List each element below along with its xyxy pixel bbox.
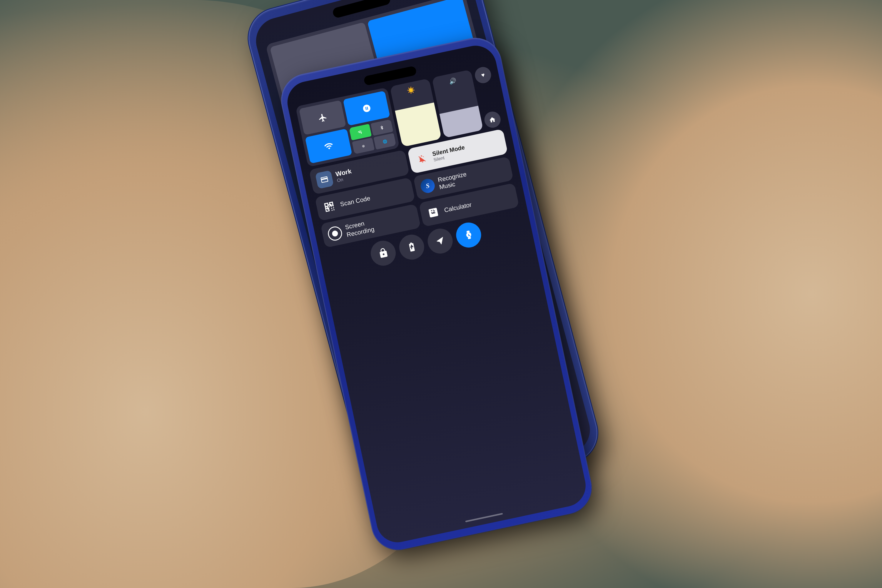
record-dot <box>332 230 339 237</box>
bluetooth-icon <box>379 124 385 130</box>
vpn-icon: 🌐 <box>382 139 387 144</box>
watch-icon <box>463 229 474 241</box>
focus-button[interactable]: ⊕ <box>352 138 375 154</box>
work-text: Work On <box>335 167 353 183</box>
calculator-label: Calculator <box>444 201 472 213</box>
focus-icon: ⊕ <box>362 144 365 148</box>
scan-code-icon <box>321 198 338 215</box>
heart-icon: ♥ <box>481 72 485 79</box>
silent-icon <box>414 150 430 167</box>
work-card-icon <box>320 175 329 184</box>
bell-slash-icon <box>417 153 427 164</box>
volume-fill <box>439 105 483 138</box>
cellular-icon <box>357 129 363 135</box>
remote-button[interactable] <box>425 226 455 256</box>
brightness-icon: ☀️ <box>406 86 416 94</box>
screen-recording-icon <box>327 225 344 242</box>
silent-text: Silent Mode Silent <box>432 144 466 162</box>
work-icon <box>315 170 334 189</box>
heart-button[interactable]: ♥ <box>473 66 492 85</box>
screen-recording-label: Screen Recording <box>344 218 375 238</box>
bluetooth-button[interactable] <box>370 119 393 136</box>
scan-code-label: Scan Code <box>340 195 371 208</box>
sub-grid: ⊕ 🌐 <box>349 119 396 154</box>
watch-button[interactable] <box>454 220 484 250</box>
qr-code-icon <box>322 200 336 214</box>
airdrop-icon <box>362 103 372 114</box>
home-icon <box>488 116 496 124</box>
shazam-icon: S <box>419 178 436 194</box>
wifi-icon <box>323 141 334 152</box>
remote-icon <box>435 236 446 247</box>
battery-button[interactable] <box>397 232 427 262</box>
recognize-music-label: Recognize Music <box>437 170 469 191</box>
lock-rotation-button[interactable] <box>368 238 398 268</box>
cellular-button[interactable] <box>349 124 372 141</box>
battery-icon <box>405 241 418 254</box>
lock-rotation-icon <box>377 247 390 260</box>
vpn-button[interactable]: 🌐 <box>374 133 396 150</box>
home-button[interactable] <box>483 110 502 129</box>
calculator-icon <box>425 204 442 221</box>
volume-icon: 🔊 <box>448 77 457 85</box>
calc-svg-icon <box>427 206 440 219</box>
brightness-fill <box>395 103 442 147</box>
wifi-button[interactable] <box>305 129 352 164</box>
airplane-icon <box>317 112 328 123</box>
